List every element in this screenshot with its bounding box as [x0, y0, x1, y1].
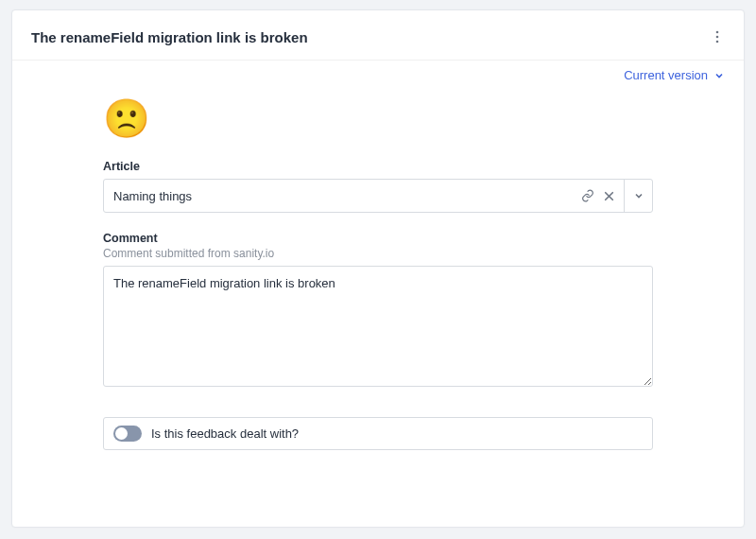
svg-point-1	[716, 36, 719, 39]
page-title: The renameField migration link is broken	[31, 29, 308, 45]
card-header: The renameField migration link is broken	[12, 10, 744, 61]
dealt-with-toggle[interactable]	[113, 426, 142, 442]
more-vertical-icon	[710, 29, 725, 44]
article-expand[interactable]	[624, 180, 652, 212]
article-actions	[573, 180, 624, 212]
toggle-knob	[115, 427, 128, 440]
article-field: Article Naming things	[103, 160, 653, 213]
document-card: The renameField migration link is broken…	[11, 9, 745, 528]
article-label: Article	[103, 160, 653, 173]
clear-icon[interactable]	[601, 188, 616, 203]
dealt-with-label: Is this feedback dealt with?	[151, 426, 299, 441]
comment-label: Comment	[103, 232, 653, 245]
svg-point-0	[716, 31, 719, 34]
comment-textarea[interactable]	[103, 266, 653, 387]
svg-point-2	[716, 41, 719, 43]
version-selector[interactable]: Current version	[624, 68, 725, 82]
article-reference-input[interactable]: Naming things	[103, 179, 653, 213]
chevron-down-icon	[633, 190, 644, 201]
version-label: Current version	[624, 68, 708, 82]
comment-sublabel: Comment submitted from sanity.io	[103, 247, 653, 260]
dealt-with-field: Is this feedback dealt with?	[103, 417, 653, 450]
chevron-down-icon	[713, 70, 725, 81]
sentiment-emoji: 🙁	[103, 99, 653, 137]
comment-field: Comment Comment submitted from sanity.io	[103, 232, 653, 391]
form-content: 🙁 Article Naming things Comment	[12, 82, 744, 527]
link-icon[interactable]	[580, 188, 595, 203]
more-menu-button[interactable]	[704, 24, 730, 50]
article-value: Naming things	[104, 180, 573, 212]
subheader: Current version	[12, 61, 744, 82]
